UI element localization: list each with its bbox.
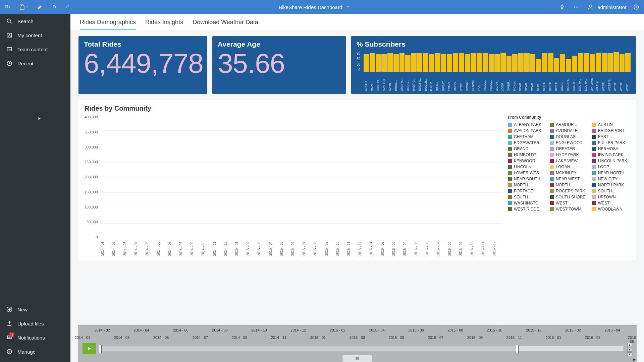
sub-bar[interactable] [399, 53, 405, 72]
redo-icon[interactable] [64, 3, 72, 11]
legend-item[interactable]: HERMOSA [592, 146, 630, 151]
timeline-handle-right[interactable] [516, 345, 519, 353]
legend-item[interactable]: WEST .. [592, 201, 630, 205]
sub-bar[interactable] [393, 54, 399, 72]
sub-bar[interactable] [620, 54, 625, 72]
legend-item[interactable]: WEST .. [550, 201, 588, 205]
sub-bar[interactable] [518, 53, 524, 72]
sub-bar[interactable] [489, 54, 494, 72]
legend-item[interactable]: FULLER PARK [592, 140, 630, 145]
legend-item[interactable]: SOUTH .. [508, 195, 546, 199]
sub-bar[interactable] [405, 55, 411, 72]
sub-bar[interactable] [387, 53, 393, 72]
sub-bar[interactable] [364, 54, 369, 72]
legend-item[interactable]: MCKINLEY .. [550, 171, 588, 175]
legend-item[interactable]: AVALON PARK [508, 128, 546, 133]
legend-item[interactable]: NEAR SOUTH.. [508, 177, 546, 181]
sub-bar[interactable] [512, 54, 518, 72]
legend-item[interactable]: WEST RIDGE [508, 207, 546, 212]
help-icon[interactable]: ? [632, 3, 641, 11]
sub-bar[interactable] [560, 54, 565, 72]
legend-item[interactable]: NORTH .. [508, 183, 546, 187]
sub-bar[interactable] [423, 53, 428, 72]
sub-bar[interactable] [435, 53, 440, 72]
tab-rides-insights[interactable]: Rides Insights [145, 19, 183, 30]
more-menu-icon[interactable] [572, 3, 581, 11]
sub-bar[interactable] [554, 58, 559, 72]
legend-item[interactable]: WEST TOWN [550, 207, 588, 212]
legend-item[interactable]: NORTH PARK [592, 183, 630, 187]
user-icon[interactable] [586, 3, 595, 11]
tab-rides-demographics[interactable]: Rides Demographics [80, 19, 136, 30]
legend-item[interactable]: AVONDALE [550, 128, 588, 133]
sub-bar[interactable] [548, 53, 553, 72]
sub-bar[interactable] [542, 53, 547, 72]
sub-bar[interactable] [536, 59, 541, 72]
title-dropdown-icon[interactable] [345, 4, 352, 10]
username-label[interactable]: administrator [597, 4, 627, 10]
legend-item[interactable]: DOUGLAS [550, 134, 588, 139]
legend-item[interactable]: WASHINGTO.. [508, 201, 546, 205]
legend-item[interactable]: ARMOUR .. [550, 122, 588, 127]
legend-item[interactable]: EAST .. [592, 134, 630, 139]
sub-bar[interactable] [506, 56, 512, 72]
timeline-play-button[interactable] [83, 343, 96, 354]
timeline-scroll-right[interactable]: ▶ [633, 358, 636, 361]
legend-item[interactable]: KENWOOD [508, 159, 546, 163]
legend-item[interactable]: HYDE PARK [550, 153, 588, 157]
sub-bar[interactable] [471, 53, 476, 72]
timeline-step-mid[interactable]: ■ [627, 348, 632, 352]
legend-item[interactable]: LINCOLN .. [508, 165, 546, 169]
legend-item[interactable]: PORTAGE .. [508, 189, 546, 193]
legend-item[interactable]: BRIDGEPORT [592, 128, 630, 133]
legend-item[interactable]: NEAR NORTH.. [592, 171, 630, 175]
sub-bar[interactable] [441, 54, 446, 72]
sub-bar[interactable] [477, 53, 482, 72]
sidebar-item-manage[interactable]: Manage [0, 345, 70, 359]
sidebar-item-team-content[interactable]: Team content [0, 42, 70, 56]
pin-icon[interactable] [558, 3, 567, 11]
sidebar-item-search[interactable]: Search [0, 14, 70, 28]
sub-bar[interactable] [602, 53, 607, 72]
legend-item[interactable]: CHATHAM [508, 134, 546, 139]
save-menu[interactable] [17, 3, 30, 11]
legend-item[interactable]: LOGAN .. [550, 165, 588, 169]
sub-bar[interactable] [524, 53, 530, 72]
legend-item[interactable]: LINCOLN PARK [592, 159, 630, 163]
timeline-toggle-tab[interactable] [342, 355, 372, 362]
sub-bar[interactable] [465, 54, 470, 72]
sub-bar[interactable] [625, 53, 631, 72]
sub-bar[interactable] [417, 53, 423, 72]
legend-item[interactable]: SOUTH SHORE [550, 195, 588, 199]
sub-bar[interactable] [459, 53, 464, 72]
legend-item[interactable]: AUSTIN [592, 122, 630, 127]
legend-item[interactable]: WOODLAWN [592, 207, 630, 212]
sub-bar[interactable] [453, 53, 458, 72]
legend-item[interactable]: GRAND .. [508, 146, 546, 151]
edit-pencil-icon[interactable] [36, 3, 44, 11]
legend-item[interactable]: EDGEWATER [508, 140, 546, 145]
sub-bar[interactable] [500, 53, 506, 72]
legend-item[interactable]: SOUTH .. [592, 189, 630, 193]
sidebar-item-notifications[interactable]: Notifications11 [0, 330, 70, 345]
sub-bar[interactable] [429, 54, 434, 72]
sub-bar[interactable] [381, 54, 387, 72]
sub-bar[interactable] [590, 54, 595, 72]
sub-bar[interactable] [411, 53, 417, 72]
sub-bar[interactable] [483, 53, 488, 72]
sub-bar[interactable] [607, 53, 613, 72]
sidebar-item-recent[interactable]: Recent [0, 56, 70, 70]
sub-bar[interactable] [572, 56, 577, 72]
timeline-handle-left[interactable] [99, 345, 102, 353]
legend-item[interactable]: NORTH .. [550, 183, 588, 187]
sub-bar[interactable] [494, 54, 500, 72]
legend-item[interactable]: GREATER .. [550, 146, 588, 151]
sidebar-item-upload-files[interactable]: Upload files [0, 316, 70, 330]
undo-icon[interactable] [50, 3, 58, 11]
sub-bar[interactable] [370, 53, 375, 72]
sub-bar[interactable] [376, 54, 381, 72]
legend-item[interactable]: HUMBOLDT .. [508, 153, 546, 157]
legend-item[interactable]: ENGLEWOOD [550, 140, 588, 145]
dashboard-icon[interactable] [3, 3, 12, 11]
legend-item[interactable]: IRVING PARK [592, 153, 630, 157]
